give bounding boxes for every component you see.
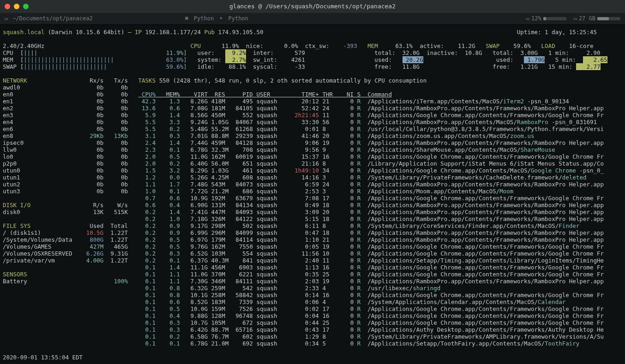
cpu-icon: ▭ — [526, 15, 529, 22]
cpu-status: ▭12% — [526, 15, 566, 22]
statusbar: ~/Documents/opt/panacea2 ⌘ Python•Python… — [0, 13, 625, 25]
terminal-content[interactable]: squash.local (Darwin 10.15.6 64bit) – IP… — [0, 25, 625, 364]
path-label: ~/Documents/opt/panacea2 — [12, 15, 92, 22]
disk-icon: ▭ — [574, 15, 577, 22]
cpu-pct: 12% — [531, 15, 541, 22]
folder-icon — [5, 15, 10, 22]
lang-left: Python — [194, 15, 214, 22]
window-titlebar: glances @ /Users/squash/Documents/opt/pa… — [0, 0, 625, 13]
path-tab[interactable]: ~/Documents/opt/panacea2 — [5, 15, 93, 22]
lang-right: Python — [228, 15, 248, 22]
window-title: glances @ /Users/squash/Documents/opt/pa… — [0, 3, 625, 10]
lang-indicator: ⌘ Python•Python — [185, 15, 248, 22]
disk-text: 27 GB — [579, 15, 595, 22]
disk-status: ▭27 GB — [574, 15, 620, 22]
